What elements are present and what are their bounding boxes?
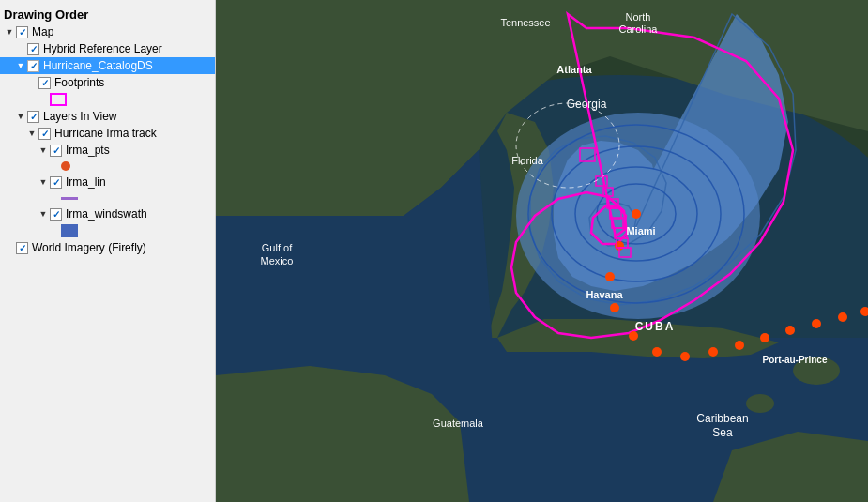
svg-point-31 xyxy=(812,319,821,328)
label-footprints: Footprints xyxy=(54,76,104,89)
label-guatemala: Guatemala xyxy=(433,418,484,429)
expand-irma-lin[interactable] xyxy=(38,176,49,188)
tree-item-layers-in-view[interactable]: Layers In View xyxy=(0,108,215,125)
label-world-imagery: World Imagery (Firefly) xyxy=(32,241,146,254)
irma-windswath-swatch-row xyxy=(0,222,215,239)
footprints-legend-swatch xyxy=(50,93,67,106)
checkbox-layers-in-view[interactable] xyxy=(27,111,39,123)
label-map: Map xyxy=(32,25,53,38)
svg-point-22 xyxy=(605,272,615,281)
tree-item-irma-track[interactable]: Hurricane Irma track xyxy=(0,125,215,142)
checkbox-irma-track[interactable] xyxy=(38,128,51,140)
map-canvas: Tennessee North Carolina Atlanta Georgia… xyxy=(216,0,868,502)
tree-item-irma-windswath[interactable]: Irma_windswath xyxy=(0,205,215,222)
checkbox-hybrid[interactable] xyxy=(27,43,39,55)
irma-lin-swatch-row xyxy=(0,190,215,205)
label-hybrid: Hybrid Reference Layer xyxy=(43,42,162,55)
expand-layers-in-view[interactable] xyxy=(15,111,26,122)
irma-lin-legend-line xyxy=(61,197,78,200)
svg-point-27 xyxy=(708,347,718,357)
label-layers-in-view: Layers In View xyxy=(43,110,117,123)
expand-map[interactable] xyxy=(4,26,15,38)
footprints-swatch-row xyxy=(0,91,215,108)
checkbox-irma-pts[interactable] xyxy=(50,145,62,157)
map-view[interactable]: Tennessee North Carolina Atlanta Georgia… xyxy=(216,0,868,502)
tree-item-hurricane-catalog[interactable]: Hurricane_CatalogDS xyxy=(0,57,215,74)
drawing-order-panel: Drawing Order Map Hybrid Reference Layer… xyxy=(0,0,216,502)
irma-windswath-legend-swatch xyxy=(61,224,78,237)
label-irma-pts: Irma_pts xyxy=(66,144,110,157)
label-irma-lin: Irma_lin xyxy=(66,175,106,189)
label-irma-windswath: Irma_windswath xyxy=(66,207,147,221)
expand-hybrid xyxy=(15,43,26,54)
expand-irma-track[interactable] xyxy=(26,128,38,139)
tree-item-world-imagery[interactable]: World Imagery (Firefly) xyxy=(0,239,215,256)
expand-world-imagery xyxy=(4,242,15,253)
svg-point-28 xyxy=(735,341,744,350)
expand-irma-windswath[interactable] xyxy=(38,208,49,220)
svg-point-23 xyxy=(610,303,619,312)
irma-pts-swatch-row xyxy=(0,159,215,174)
svg-point-9 xyxy=(746,394,774,413)
svg-text:Mexico: Mexico xyxy=(261,255,294,266)
label-caribbean: Caribbean xyxy=(696,412,748,425)
label-miami: Miami xyxy=(626,225,655,236)
checkbox-irma-windswath[interactable] xyxy=(50,208,62,221)
svg-point-20 xyxy=(632,209,641,219)
tree-item-map[interactable]: Map xyxy=(0,23,215,40)
checkbox-map[interactable] xyxy=(16,26,28,38)
label-florida: Florida xyxy=(511,155,544,166)
svg-point-29 xyxy=(760,333,769,342)
checkbox-catalog[interactable] xyxy=(27,60,39,72)
label-cuba: CUBA xyxy=(635,320,676,333)
svg-point-25 xyxy=(652,347,662,357)
label-georgia: Georgia xyxy=(567,98,607,111)
svg-point-32 xyxy=(838,312,847,322)
expand-irma-pts[interactable] xyxy=(38,145,49,156)
label-havana: Havana xyxy=(586,289,623,300)
svg-text:Sea: Sea xyxy=(712,426,733,439)
label-atlanta: Atlanta xyxy=(556,64,592,75)
checkbox-footprints[interactable] xyxy=(38,77,51,89)
panel-title: Drawing Order xyxy=(0,4,215,23)
svg-point-26 xyxy=(680,352,690,361)
tree-item-irma-lin[interactable]: Irma_lin xyxy=(0,174,215,190)
label-irma-track: Hurricane Irma track xyxy=(54,127,157,140)
label-port-au-prince: Port-au-Prince xyxy=(763,355,828,365)
tree-item-footprints[interactable]: Footprints xyxy=(0,74,215,91)
expand-catalog[interactable] xyxy=(15,60,26,71)
svg-text:Carolina: Carolina xyxy=(619,23,659,35)
checkbox-irma-lin[interactable] xyxy=(50,176,62,189)
expand-footprints xyxy=(26,77,38,88)
checkbox-world-imagery[interactable] xyxy=(16,242,28,254)
label-tennessee: Tennessee xyxy=(500,17,550,28)
label-north-carolina: North xyxy=(626,11,651,23)
tree-item-hybrid[interactable]: Hybrid Reference Layer xyxy=(0,40,215,57)
label-catalog: Hurricane_CatalogDS xyxy=(43,59,153,72)
tree-item-irma-pts[interactable]: Irma_pts xyxy=(0,142,215,159)
svg-point-30 xyxy=(785,326,795,335)
label-gulf: Gulf of xyxy=(262,242,293,253)
irma-pts-legend-dot xyxy=(61,161,70,171)
